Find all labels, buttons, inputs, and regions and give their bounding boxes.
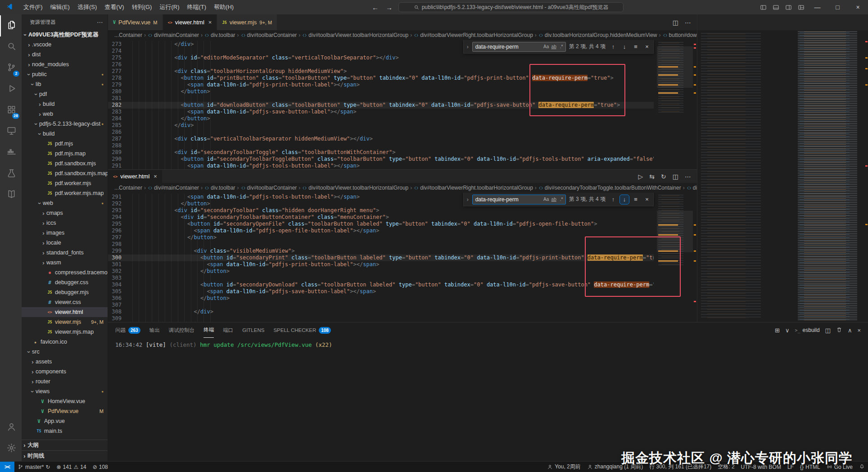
code-line[interactable]: 281 xyxy=(108,95,654,102)
find-close-button[interactable]: × xyxy=(642,42,651,51)
find-prev-button[interactable]: ↑ xyxy=(609,42,618,51)
tree-item-viewer.mjs.map[interactable]: ›JSviewer.mjs.map xyxy=(22,327,108,337)
code-view[interactable]: 291 <span data-l10n-id="pdfjs-tools-butt… xyxy=(108,194,654,322)
tree-item-dist[interactable]: ›dist xyxy=(22,50,108,59)
toggle-secondary-sidebar-icon[interactable] xyxy=(782,0,795,14)
code-line[interactable]: 279 <span data-l10n-id="pdfjs-print-butt… xyxy=(108,82,654,88)
menu-item[interactable]: 转到(G) xyxy=(128,2,156,13)
maximize-panel-icon[interactable]: ∧ xyxy=(848,327,852,334)
close-button[interactable]: × xyxy=(848,0,868,14)
code-view[interactable]: 273 </div>274275 <div id="editorModeSepa… xyxy=(108,41,654,169)
menu-item[interactable]: 选择(S) xyxy=(74,2,100,13)
tree-item-assets[interactable]: ›assets xyxy=(22,357,108,367)
breadcrumb-item[interactable]: div#secondaryToolbarToggle.toolbarButton… xyxy=(538,185,681,191)
tree-item-favicon.ico[interactable]: ›★favicon.ico xyxy=(22,337,108,347)
status-gitlens-blame-you[interactable]: You, 2周前 xyxy=(544,462,584,472)
code-line[interactable]: 301 <span data-l10n-id="pdfjs-print-butt… xyxy=(108,261,654,268)
tree-item-PdfView.vue[interactable]: ›VPdfView.vueM xyxy=(22,406,108,416)
panel-tab-问题[interactable]: 问题263 xyxy=(115,322,140,338)
tree-item-iccs[interactable]: ›iccs xyxy=(22,218,108,228)
status-problems[interactable]: ⊗141⚠14 xyxy=(53,462,89,472)
status-notifications[interactable] xyxy=(856,462,868,472)
find-in-selection-button[interactable]: ≡ xyxy=(631,42,640,51)
tree-item-pdf.mjs[interactable]: ›JSpdf.mjs xyxy=(22,139,108,149)
tree-item-build[interactable]: ›build xyxy=(22,129,108,139)
find-input[interactable]: data-require-perm Aa ab .* xyxy=(472,42,566,52)
activity-testing[interactable] xyxy=(0,163,22,185)
code-line[interactable]: 309 xyxy=(108,315,654,322)
status-spell-checker-count[interactable]: ⊘108 xyxy=(90,462,111,472)
code-line[interactable]: 277 <div class="toolbarHorizontalGroup h… xyxy=(108,68,654,75)
breadcrumb-item[interactable]: div.toolbarHorizontalGroup.hiddenMediumV… xyxy=(538,32,657,38)
split-terminal-icon[interactable]: ◫ xyxy=(825,327,831,334)
editor-bottom[interactable]: 291 <span data-l10n-id="pdfjs-tools-butt… xyxy=(108,193,697,322)
code-line[interactable]: 278 <button id="printButton" class="tool… xyxy=(108,75,654,82)
tree-item-HomeView.vue[interactable]: ›VHomeView.vue xyxy=(22,396,108,406)
breadcrumb-item[interactable]: div#toolbarViewer.toolbarHorizontalGroup xyxy=(302,32,408,38)
tree-item-images[interactable]: ›images xyxy=(22,228,108,238)
code-line[interactable]: 284 </button> xyxy=(108,115,654,122)
panel-tab-终端[interactable]: 终端 xyxy=(203,322,214,338)
more-actions-icon[interactable]: ⋯ xyxy=(97,18,103,26)
tree-item-App.vue[interactable]: ›VApp.vue xyxy=(22,416,108,426)
activity-source-control[interactable]: 2 xyxy=(0,58,22,79)
minimap[interactable] xyxy=(657,193,693,322)
tree-item-viewer.css[interactable]: ›#viewer.css xyxy=(22,297,108,307)
code-line[interactable]: 304 <button id="secondaryDownload" class… xyxy=(108,281,654,288)
tree-item-build[interactable]: ›build xyxy=(22,99,108,109)
code-line[interactable]: 276 xyxy=(108,61,654,68)
sidebar-section-时间线[interactable]: ›时间线 xyxy=(22,450,108,461)
code-line[interactable]: 294 <div id="secondaryToolbarButtonConta… xyxy=(108,214,654,221)
tree-item-pdf.worker.mjs.map[interactable]: ›JSpdf.worker.mjs.map xyxy=(22,188,108,198)
code-line[interactable]: 296 <span data-l10n-id="pdfjs-open-file-… xyxy=(108,227,654,234)
code-line[interactable]: 285 </div> xyxy=(108,122,654,129)
tree-item-main.ts[interactable]: ›TSmain.ts xyxy=(22,426,108,436)
code-line[interactable]: 295 <button id="secondaryOpenFile" class… xyxy=(108,221,654,227)
command-center[interactable]: public\lib\pdfjs-5.2.133-legacy-dist\web… xyxy=(398,2,624,12)
code-line[interactable]: 306 </button> xyxy=(108,295,654,302)
tree-item-A09VUE3高性能PDF预览器[interactable]: ›A09VUE3高性能PDF预览器 xyxy=(22,30,108,40)
tree-item-lib[interactable]: ›lib● xyxy=(22,79,108,89)
terminal-tab-esbuild[interactable]: >_ esbuild xyxy=(795,327,820,333)
more-actions-icon[interactable]: ⋯ xyxy=(685,19,691,26)
code-line[interactable]: 293 <div id="secondaryToolbar" class="hi… xyxy=(108,207,654,214)
tab-viewer.html[interactable]: <>viewer.html× xyxy=(108,170,163,183)
activity-references[interactable] xyxy=(0,185,22,206)
find-next-button[interactable]: ↓ xyxy=(620,42,629,51)
code-line[interactable]: 291 <span data-l10n-id="pdfjs-tools-butt… xyxy=(108,163,654,169)
right-editor-group-zoomed-out[interactable] xyxy=(697,14,868,322)
tree-item-pdfjs-5.2.133-legacy-dist[interactable]: ›pdfjs-5.2.133-legacy-dist● xyxy=(22,119,108,129)
code-line[interactable]: 302 </button> xyxy=(108,268,654,275)
minimap-slider[interactable] xyxy=(657,211,693,252)
code-line[interactable]: 289 <div id="secondaryToolbarToggle" cla… xyxy=(108,149,654,156)
tree-item-src[interactable]: ›src xyxy=(22,347,108,357)
tree-item-standard_fonts[interactable]: ›standard_fonts xyxy=(22,248,108,258)
whole-word-toggle[interactable]: ab xyxy=(550,44,558,49)
code-line[interactable]: 280 </button> xyxy=(108,88,654,95)
tab-viewer.mjs[interactable]: JSviewer.mjs9+, M xyxy=(217,14,277,30)
activity-docker[interactable] xyxy=(0,142,22,163)
activity-settings[interactable] xyxy=(0,438,22,459)
more-actions-icon[interactable]: ⋯ xyxy=(685,173,691,180)
match-case-toggle[interactable]: Aa xyxy=(542,44,550,49)
find-input[interactable]: data-require-perm Aa ab .* xyxy=(472,195,566,204)
menu-item[interactable]: 帮助(H) xyxy=(210,2,237,13)
panel-tab-调试控制台[interactable]: 调试控制台 xyxy=(169,322,195,338)
tree-item-public[interactable]: ›public● xyxy=(22,69,108,79)
tree-item-web[interactable]: ›web● xyxy=(22,198,108,208)
tree-item-views[interactable]: ›views● xyxy=(22,386,108,396)
editor-top[interactable]: 273 </div>274275 <div id="editorModeSepa… xyxy=(108,40,697,169)
minimap[interactable] xyxy=(796,31,863,320)
breadcrumb-item[interactable]: div#toolbarViewerRight.toolbarHorizontal… xyxy=(414,185,533,191)
customize-layout-icon[interactable] xyxy=(795,0,807,14)
menu-item[interactable]: 运行(R) xyxy=(156,2,183,13)
code-line[interactable]: 300 <button id="secondaryPrint" class="t… xyxy=(108,254,654,261)
code-line[interactable]: 297 </button> xyxy=(108,234,654,241)
code-line[interactable]: 288 xyxy=(108,142,654,149)
run-file-icon[interactable]: ▷ xyxy=(638,173,643,180)
find-prev-button[interactable]: ↑ xyxy=(609,195,618,204)
tree-item-pdf.sandbox.mjs.map[interactable]: ›JSpdf.sandbox.mjs.map xyxy=(22,168,108,178)
find-in-selection-button[interactable]: ≡ xyxy=(631,195,640,204)
activity-remote-explorer[interactable] xyxy=(0,121,22,142)
tree-item-debugger.css[interactable]: ›#debugger.css xyxy=(22,277,108,287)
